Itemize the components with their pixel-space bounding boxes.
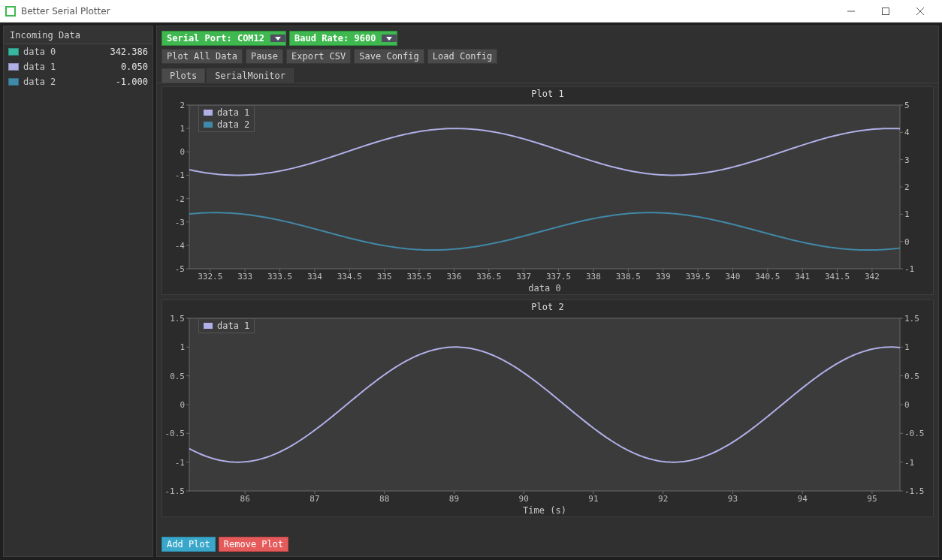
data-row[interactable]: data 1 0.050 [4, 59, 152, 74]
sidebar-header: Incoming Data [4, 26, 152, 44]
svg-text:0: 0 [180, 400, 185, 410]
legend-swatch [204, 323, 213, 329]
svg-text:2: 2 [180, 101, 185, 110]
svg-text:337.5: 337.5 [546, 272, 571, 282]
svg-rect-1 [7, 8, 14, 15]
svg-text:333.5: 333.5 [267, 272, 292, 282]
svg-text:Time (s): Time (s) [523, 505, 566, 516]
dropdown-caret-icon [270, 35, 285, 42]
svg-text:-1: -1 [175, 170, 185, 180]
remove-plot-button[interactable]: Remove Plot [219, 537, 288, 552]
plot-canvas[interactable]: -5-4-3-2-1012-1012345332.5333333.5334334… [162, 101, 927, 296]
svg-text:334.5: 334.5 [337, 272, 362, 282]
svg-text:data 0: data 0 [528, 283, 560, 294]
svg-text:89: 89 [449, 494, 459, 504]
plot[interactable]: Plot 1-5-4-3-2-1012-1012345332.5333333.5… [162, 86, 934, 295]
plot-legend[interactable]: data 1 [198, 318, 255, 333]
plot-title: Plot 2 [162, 300, 933, 314]
svg-text:94: 94 [798, 494, 808, 504]
svg-text:0.5: 0.5 [170, 372, 185, 381]
svg-text:90: 90 [519, 494, 529, 504]
tab-plots[interactable]: Plots [162, 68, 205, 83]
window-titlebar: Better Serial Plotter [0, 0, 942, 23]
svg-text:335.5: 335.5 [406, 272, 431, 282]
svg-text:-1.5: -1.5 [165, 486, 186, 496]
svg-text:-4: -4 [175, 241, 186, 251]
svg-text:3: 3 [904, 155, 910, 165]
svg-text:338.5: 338.5 [616, 272, 641, 282]
svg-text:1.5: 1.5 [904, 314, 919, 324]
svg-marker-7 [386, 37, 392, 41]
svg-text:1: 1 [904, 209, 910, 219]
legend-label: data 2 [217, 119, 249, 130]
color-swatch [8, 78, 19, 86]
data-value-label: 342.386 [110, 47, 148, 57]
svg-text:4: 4 [904, 128, 910, 137]
legend-item[interactable]: data 2 [204, 119, 249, 130]
plot-all-data-button[interactable]: Plot All Data [162, 49, 243, 64]
svg-text:338: 338 [586, 272, 601, 282]
svg-text:-1: -1 [904, 264, 914, 274]
svg-text:341.5: 341.5 [825, 272, 850, 282]
save-config-button[interactable]: Save Config [354, 49, 424, 64]
plot-canvas[interactable]: -1.5-1-0.500.511.5-1.5-1-0.500.511.58687… [162, 314, 927, 518]
baud-rate-combo[interactable]: Baud Rate: 9600 [289, 31, 397, 46]
svg-text:332.5: 332.5 [198, 272, 222, 282]
legend-label: data 1 [217, 107, 249, 118]
window-maximize-button[interactable] [868, 0, 903, 23]
legend-item[interactable]: data 1 [204, 321, 249, 331]
app-icon [5, 5, 17, 17]
plot-title: Plot 1 [162, 87, 933, 101]
footer-buttons: Add Plot Remove Plot [157, 534, 938, 556]
svg-text:-3: -3 [175, 218, 185, 227]
svg-text:1: 1 [180, 342, 185, 352]
svg-rect-3 [883, 8, 889, 14]
svg-text:340: 340 [725, 272, 740, 282]
svg-text:92: 92 [658, 494, 668, 504]
svg-text:-1.5: -1.5 [904, 486, 925, 496]
svg-text:336: 336 [446, 272, 461, 282]
serial-port-combo[interactable]: Serial Port: COM12 [162, 31, 286, 46]
plot-legend[interactable]: data 1data 2 [198, 105, 255, 132]
svg-text:0.5: 0.5 [904, 372, 919, 381]
data-value-label: 0.050 [121, 62, 148, 72]
window-close-button[interactable] [903, 0, 937, 23]
svg-text:93: 93 [728, 494, 738, 504]
legend-item[interactable]: data 1 [204, 107, 249, 118]
export-csv-button[interactable]: Export CSV [286, 49, 351, 64]
pause-button[interactable]: Pause [246, 49, 283, 64]
top-controls: Serial Port: COM12 Baud Rate: 9600 [157, 26, 938, 46]
svg-rect-8 [189, 105, 900, 269]
legend-swatch [204, 110, 213, 116]
svg-text:0: 0 [180, 147, 185, 157]
data-row[interactable]: data 2 -1.000 [4, 74, 152, 89]
svg-text:86: 86 [240, 494, 250, 504]
svg-text:341: 341 [795, 272, 810, 282]
data-name-label: data 0 [23, 47, 110, 57]
main-panel: Serial Port: COM12 Baud Rate: 9600 Plot … [156, 26, 939, 557]
svg-text:339.5: 339.5 [685, 272, 710, 282]
svg-text:335: 335 [377, 272, 392, 282]
tab-serial-monitor[interactable]: SerialMonitor [207, 68, 294, 83]
data-value-label: -1.000 [116, 77, 148, 87]
plot[interactable]: Plot 2-1.5-1-0.500.511.5-1.5-1-0.500.511… [162, 300, 934, 517]
svg-text:1: 1 [904, 342, 910, 352]
svg-text:333: 333 [237, 272, 252, 282]
add-plot-button[interactable]: Add Plot [162, 537, 216, 552]
dropdown-caret-icon [382, 35, 397, 42]
svg-text:336.5: 336.5 [476, 272, 501, 282]
svg-text:342: 342 [865, 272, 880, 282]
svg-text:87: 87 [309, 494, 319, 504]
load-config-button[interactable]: Load Config [427, 49, 497, 64]
color-swatch [8, 48, 19, 56]
svg-text:-1: -1 [904, 458, 914, 468]
svg-text:339: 339 [656, 272, 671, 282]
window-minimize-button[interactable] [834, 0, 868, 23]
data-row[interactable]: data 0 342.386 [4, 44, 152, 59]
svg-text:0: 0 [904, 400, 910, 410]
svg-text:-5: -5 [175, 264, 185, 274]
svg-text:1: 1 [180, 124, 185, 134]
svg-text:-0.5: -0.5 [165, 429, 186, 438]
legend-swatch [204, 122, 213, 128]
data-name-label: data 1 [23, 62, 121, 72]
